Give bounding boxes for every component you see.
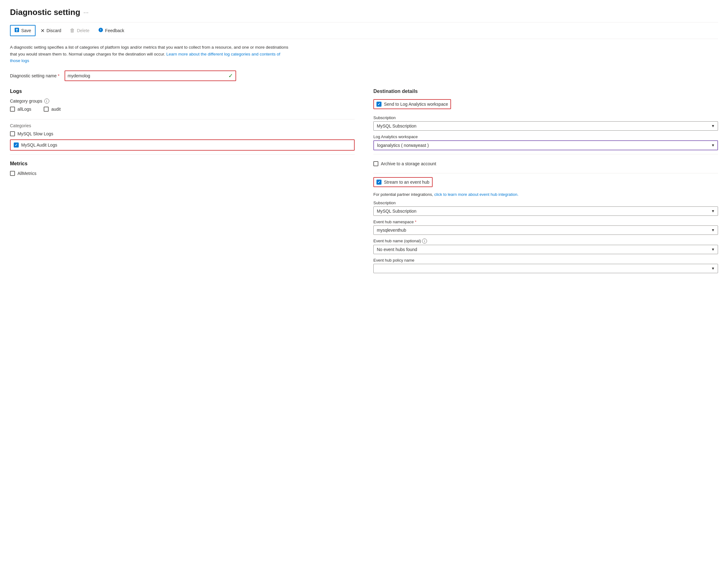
- allLogs-row: allLogs: [10, 107, 31, 112]
- feedback-label: Feedback: [105, 28, 124, 33]
- event-hub-name-label: Event hub name (optional) i: [373, 239, 718, 244]
- left-column: Logs Category groups i allLogs audit Cat…: [10, 89, 355, 179]
- feedback-button[interactable]: Feedback: [95, 26, 128, 36]
- mysql-audit-logs-checkbox[interactable]: [14, 143, 19, 148]
- categories-label: Categories: [10, 123, 355, 128]
- event-hub-namespace-dropdown[interactable]: mysqleventhub: [373, 225, 718, 235]
- save-button[interactable]: Save: [10, 25, 36, 36]
- category-groups-label: Category groups i: [10, 99, 355, 104]
- archive-storage-checkbox[interactable]: [373, 161, 378, 166]
- event-hub-name-info-icon[interactable]: i: [422, 239, 427, 244]
- discard-button[interactable]: ✕ Discard: [37, 26, 65, 36]
- subscription-label-analytics: Subscription: [373, 115, 718, 120]
- subscription-select-analytics: MySQL Subscription ▼: [373, 121, 718, 131]
- event-hub-subscription-dropdown[interactable]: MySQL Subscription: [373, 206, 718, 216]
- all-metrics-row: AllMetrics: [10, 171, 355, 176]
- mysql-slow-logs-checkbox[interactable]: [10, 131, 15, 136]
- stream-event-hub-header: Stream to an event hub: [373, 177, 433, 187]
- mysql-slow-logs-label[interactable]: MySQL Slow Logs: [17, 131, 53, 136]
- event-hub-policy-select: ▼: [373, 264, 718, 273]
- event-hub-name-select: No event hubs found ▼: [373, 245, 718, 254]
- log-analytics-workspace-select: loganalytics ( norwayeast ) ▼: [373, 140, 718, 150]
- log-analytics-checkbox[interactable]: [376, 102, 381, 107]
- right-column: Destination details Send to Log Analytic…: [373, 89, 718, 273]
- feedback-icon: [98, 27, 103, 34]
- stream-event-hub-checkbox[interactable]: [376, 180, 381, 185]
- delete-button[interactable]: 🗑 Delete: [66, 26, 93, 35]
- event-hub-namespace-select: mysqleventhub ▼: [373, 225, 718, 235]
- all-metrics-label[interactable]: AllMetrics: [17, 171, 36, 176]
- metrics-section-title: Metrics: [10, 161, 355, 167]
- audit-row: audit: [44, 107, 61, 112]
- category-groups-info-icon[interactable]: i: [44, 99, 49, 104]
- allLogs-checkbox[interactable]: [10, 107, 15, 112]
- log-analytics-fields: Subscription MySQL Subscription ▼ Log An…: [373, 115, 718, 150]
- description-text: A diagnostic setting specifies a list of…: [10, 44, 291, 64]
- log-analytics-option: Send to Log Analytics workspace Subscrip…: [373, 99, 718, 150]
- allLogs-label[interactable]: allLogs: [17, 107, 31, 112]
- audit-checkbox[interactable]: [44, 107, 49, 112]
- setting-name-label: Diagnostic setting name *: [10, 73, 60, 78]
- partner-integration-text: For potential partner integrations, clic…: [373, 192, 718, 197]
- event-hub-policy-label: Event hub policy name: [373, 258, 718, 263]
- archive-storage-option: Archive to a storage account: [373, 158, 718, 169]
- log-analytics-label[interactable]: Send to Log Analytics workspace: [384, 102, 448, 107]
- event-hub-name-dropdown[interactable]: No event hubs found: [373, 245, 718, 254]
- stream-event-hub-section: Stream to an event hub For potential par…: [373, 177, 718, 273]
- setting-name-input[interactable]: [68, 73, 228, 78]
- stream-event-hub-label[interactable]: Stream to an event hub: [384, 180, 430, 185]
- metrics-section: Metrics AllMetrics: [10, 161, 355, 176]
- event-hub-policy-dropdown[interactable]: [373, 264, 718, 273]
- discard-label: Discard: [46, 28, 61, 33]
- valid-check-icon: ✓: [228, 72, 233, 79]
- destination-title: Destination details: [373, 89, 718, 94]
- more-options-icon[interactable]: ···: [83, 9, 89, 16]
- partner-integration-link[interactable]: click to learn more about event hub inte…: [434, 192, 518, 197]
- all-metrics-checkbox[interactable]: [10, 171, 15, 176]
- toolbar: Save ✕ Discard 🗑 Delete Feedback: [10, 22, 718, 39]
- event-hub-namespace-required: *: [415, 220, 416, 224]
- event-hub-subscription-label: Subscription: [373, 201, 718, 205]
- discard-icon: ✕: [41, 28, 45, 34]
- mysql-slow-logs-row: MySQL Slow Logs: [10, 131, 355, 136]
- event-hub-subscription-select: MySQL Subscription ▼: [373, 206, 718, 216]
- log-analytics-workspace-dropdown[interactable]: loganalytics ( norwayeast ): [373, 140, 718, 150]
- setting-name-input-wrapper: ✓: [65, 70, 236, 81]
- logs-section-title: Logs: [10, 89, 355, 94]
- delete-label: Delete: [77, 28, 89, 33]
- audit-label[interactable]: audit: [51, 107, 61, 112]
- category-groups-row: allLogs audit: [10, 107, 355, 115]
- page-title: Diagnostic setting: [10, 7, 80, 17]
- save-label: Save: [21, 28, 31, 33]
- setting-name-row: Diagnostic setting name * ✓: [10, 70, 718, 81]
- archive-storage-label[interactable]: Archive to a storage account: [381, 161, 436, 166]
- save-icon: [14, 27, 19, 34]
- mysql-audit-logs-row: MySQL Audit Logs: [10, 139, 355, 151]
- delete-icon: 🗑: [70, 28, 75, 33]
- mysql-audit-logs-label[interactable]: MySQL Audit Logs: [21, 143, 57, 148]
- log-analytics-workspace-label: Log Analytics workspace: [373, 134, 718, 139]
- required-indicator: *: [58, 73, 59, 78]
- event-hub-namespace-label: Event hub namespace *: [373, 220, 718, 224]
- subscription-dropdown-analytics[interactable]: MySQL Subscription: [373, 121, 718, 131]
- log-analytics-header: Send to Log Analytics workspace: [373, 99, 451, 109]
